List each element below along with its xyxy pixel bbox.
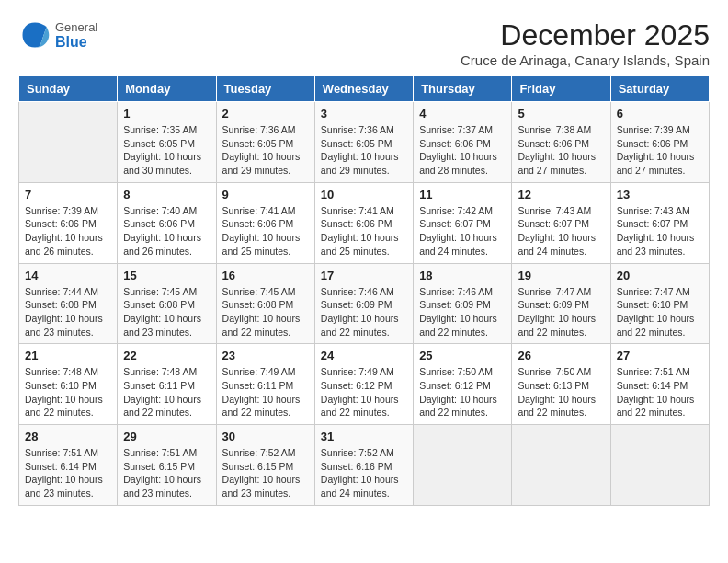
day-cell: 15Sunrise: 7:45 AM Sunset: 6:08 PM Dayli…	[118, 263, 216, 344]
day-number: 16	[222, 269, 309, 282]
day-number: 21	[25, 349, 111, 362]
day-info: Sunrise: 7:46 AM Sunset: 6:09 PM Dayligh…	[419, 285, 506, 339]
day-info: Sunrise: 7:36 AM Sunset: 6:05 PM Dayligh…	[222, 123, 309, 178]
page-header: General Blue December 2025 Cruce de Arin…	[18, 18, 710, 68]
logo: General Blue	[18, 18, 97, 52]
day-cell: 7Sunrise: 7:39 AM Sunset: 6:06 PM Daylig…	[19, 182, 118, 263]
day-info: Sunrise: 7:52 AM Sunset: 6:15 PM Dayligh…	[222, 446, 309, 500]
day-info: Sunrise: 7:39 AM Sunset: 6:06 PM Dayligh…	[617, 123, 703, 178]
day-number: 28	[25, 430, 111, 443]
day-number: 9	[222, 188, 309, 201]
header-friday: Friday	[512, 76, 610, 102]
day-cell: 25Sunrise: 7:50 AM Sunset: 6:12 PM Dayli…	[414, 344, 512, 425]
day-cell: 11Sunrise: 7:42 AM Sunset: 6:07 PM Dayli…	[414, 182, 512, 263]
day-info: Sunrise: 7:48 AM Sunset: 6:10 PM Dayligh…	[25, 365, 111, 419]
day-info: Sunrise: 7:35 AM Sunset: 6:05 PM Dayligh…	[123, 123, 210, 178]
day-number: 12	[518, 188, 604, 201]
day-cell: 22Sunrise: 7:48 AM Sunset: 6:11 PM Dayli…	[118, 344, 216, 425]
day-number: 22	[123, 349, 210, 362]
day-number: 17	[321, 269, 407, 282]
day-cell: 21Sunrise: 7:48 AM Sunset: 6:10 PM Dayli…	[19, 344, 118, 425]
logo-general-text: General	[55, 20, 97, 34]
day-number: 11	[419, 188, 506, 201]
day-cell: 5Sunrise: 7:38 AM Sunset: 6:06 PM Daylig…	[512, 102, 610, 183]
day-cell: 9Sunrise: 7:41 AM Sunset: 6:06 PM Daylig…	[216, 182, 314, 263]
day-info: Sunrise: 7:41 AM Sunset: 6:06 PM Dayligh…	[222, 204, 309, 259]
day-info: Sunrise: 7:50 AM Sunset: 6:12 PM Dayligh…	[419, 365, 506, 419]
day-number: 14	[25, 269, 111, 282]
day-info: Sunrise: 7:49 AM Sunset: 6:11 PM Dayligh…	[222, 365, 309, 419]
day-info: Sunrise: 7:47 AM Sunset: 6:09 PM Dayligh…	[518, 285, 604, 339]
day-cell: 18Sunrise: 7:46 AM Sunset: 6:09 PM Dayli…	[414, 263, 512, 344]
logo-blue-text: Blue	[55, 34, 97, 51]
day-info: Sunrise: 7:44 AM Sunset: 6:08 PM Dayligh…	[25, 285, 111, 339]
day-info: Sunrise: 7:42 AM Sunset: 6:07 PM Dayligh…	[419, 204, 506, 259]
day-cell: 6Sunrise: 7:39 AM Sunset: 6:06 PM Daylig…	[610, 102, 709, 183]
header-row: SundayMondayTuesdayWednesdayThursdayFrid…	[19, 76, 710, 102]
week-row-2: 7Sunrise: 7:39 AM Sunset: 6:06 PM Daylig…	[19, 182, 710, 263]
day-cell: 29Sunrise: 7:51 AM Sunset: 6:15 PM Dayli…	[118, 425, 216, 506]
day-number: 18	[419, 269, 506, 282]
day-info: Sunrise: 7:39 AM Sunset: 6:06 PM Dayligh…	[25, 204, 111, 259]
day-info: Sunrise: 7:45 AM Sunset: 6:08 PM Dayligh…	[123, 285, 210, 339]
week-row-3: 14Sunrise: 7:44 AM Sunset: 6:08 PM Dayli…	[19, 263, 710, 344]
day-cell: 14Sunrise: 7:44 AM Sunset: 6:08 PM Dayli…	[19, 263, 118, 344]
day-number: 27	[617, 349, 703, 362]
day-cell	[512, 425, 610, 506]
day-info: Sunrise: 7:40 AM Sunset: 6:06 PM Dayligh…	[123, 204, 210, 259]
day-info: Sunrise: 7:51 AM Sunset: 6:15 PM Dayligh…	[123, 446, 210, 500]
day-cell: 13Sunrise: 7:43 AM Sunset: 6:07 PM Dayli…	[610, 182, 709, 263]
calendar-table: SundayMondayTuesdayWednesdayThursdayFrid…	[18, 75, 710, 506]
day-number: 4	[419, 107, 506, 121]
week-row-4: 21Sunrise: 7:48 AM Sunset: 6:10 PM Dayli…	[19, 344, 710, 425]
day-number: 7	[25, 188, 111, 201]
day-number: 3	[321, 107, 407, 121]
day-cell: 3Sunrise: 7:36 AM Sunset: 6:05 PM Daylig…	[314, 102, 413, 183]
header-sunday: Sunday	[19, 76, 118, 102]
day-number: 20	[617, 269, 703, 282]
header-tuesday: Tuesday	[216, 76, 314, 102]
day-cell: 26Sunrise: 7:50 AM Sunset: 6:13 PM Dayli…	[512, 344, 610, 425]
header-monday: Monday	[118, 76, 216, 102]
location-title: Cruce de Arinaga, Canary Islands, Spain	[461, 52, 710, 68]
day-cell: 17Sunrise: 7:46 AM Sunset: 6:09 PM Dayli…	[314, 263, 413, 344]
day-cell: 30Sunrise: 7:52 AM Sunset: 6:15 PM Dayli…	[216, 425, 314, 506]
day-cell: 31Sunrise: 7:52 AM Sunset: 6:16 PM Dayli…	[314, 425, 413, 506]
day-cell	[414, 425, 512, 506]
day-cell: 19Sunrise: 7:47 AM Sunset: 6:09 PM Dayli…	[512, 263, 610, 344]
day-cell: 12Sunrise: 7:43 AM Sunset: 6:07 PM Dayli…	[512, 182, 610, 263]
day-info: Sunrise: 7:45 AM Sunset: 6:08 PM Dayligh…	[222, 285, 309, 339]
day-cell: 10Sunrise: 7:41 AM Sunset: 6:06 PM Dayli…	[314, 182, 413, 263]
day-number: 31	[321, 430, 407, 443]
day-cell: 8Sunrise: 7:40 AM Sunset: 6:06 PM Daylig…	[118, 182, 216, 263]
day-cell: 27Sunrise: 7:51 AM Sunset: 6:14 PM Dayli…	[610, 344, 709, 425]
day-info: Sunrise: 7:52 AM Sunset: 6:16 PM Dayligh…	[321, 446, 407, 500]
day-cell: 2Sunrise: 7:36 AM Sunset: 6:05 PM Daylig…	[216, 102, 314, 183]
day-info: Sunrise: 7:50 AM Sunset: 6:13 PM Dayligh…	[518, 365, 604, 419]
day-number: 6	[617, 107, 703, 121]
day-cell: 1Sunrise: 7:35 AM Sunset: 6:05 PM Daylig…	[118, 102, 216, 183]
day-number: 8	[123, 188, 210, 201]
header-saturday: Saturday	[610, 76, 709, 102]
day-number: 10	[321, 188, 407, 201]
day-cell	[19, 102, 118, 183]
month-title: December 2025	[461, 18, 710, 52]
day-info: Sunrise: 7:36 AM Sunset: 6:05 PM Dayligh…	[321, 123, 407, 178]
day-number: 24	[321, 349, 407, 362]
day-info: Sunrise: 7:43 AM Sunset: 6:07 PM Dayligh…	[518, 204, 604, 259]
day-info: Sunrise: 7:37 AM Sunset: 6:06 PM Dayligh…	[419, 123, 506, 178]
day-number: 15	[123, 269, 210, 282]
day-cell	[610, 425, 709, 506]
day-number: 13	[617, 188, 703, 201]
day-cell: 4Sunrise: 7:37 AM Sunset: 6:06 PM Daylig…	[414, 102, 512, 183]
day-info: Sunrise: 7:48 AM Sunset: 6:11 PM Dayligh…	[123, 365, 210, 419]
day-number: 26	[518, 349, 604, 362]
header-thursday: Thursday	[414, 76, 512, 102]
header-wednesday: Wednesday	[314, 76, 413, 102]
day-number: 23	[222, 349, 309, 362]
day-info: Sunrise: 7:51 AM Sunset: 6:14 PM Dayligh…	[25, 446, 111, 500]
day-cell: 23Sunrise: 7:49 AM Sunset: 6:11 PM Dayli…	[216, 344, 314, 425]
day-info: Sunrise: 7:51 AM Sunset: 6:14 PM Dayligh…	[617, 365, 703, 419]
day-number: 29	[123, 430, 210, 443]
week-row-1: 1Sunrise: 7:35 AM Sunset: 6:05 PM Daylig…	[19, 102, 710, 183]
